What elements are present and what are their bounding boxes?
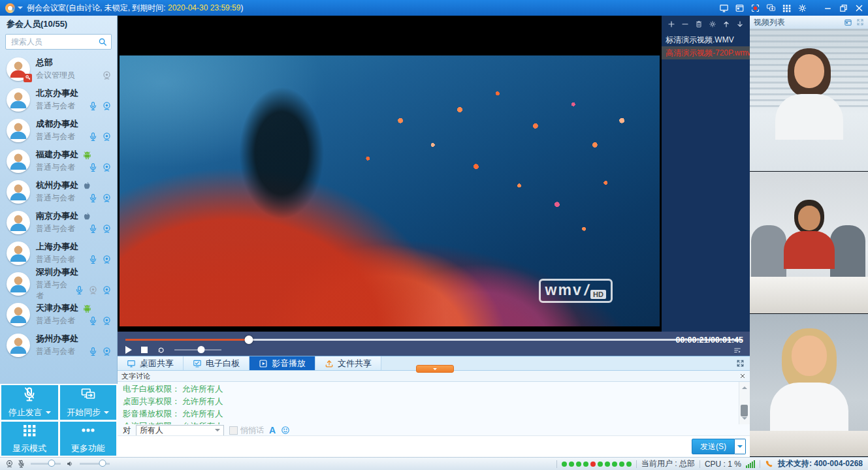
screen-share-icon[interactable] [719,3,729,13]
send-button[interactable]: 发送(S) [692,439,735,454]
add-media-icon[interactable] [667,20,675,28]
scroll-up-icon[interactable] [742,384,747,389]
recipient-select[interactable]: 所有人 [136,425,224,436]
slider-handle[interactable] [99,460,106,467]
mic-icon[interactable] [88,193,98,203]
play-button[interactable] [125,346,132,354]
chevron-down-icon[interactable] [18,7,23,12]
minimize-button[interactable] [823,3,833,13]
scroll-down-icon[interactable] [742,417,747,422]
participant-row[interactable]: 成都办事处 普通与会者 [0,115,117,146]
fullscreen-expand-icon[interactable] [736,359,745,368]
search-icon[interactable] [98,37,107,46]
participant-row[interactable]: 天津办事处 普通与会者 [0,299,117,330]
webcam-icon[interactable] [102,163,112,172]
playlist-item[interactable]: 标清演示视频.WMV [662,33,750,46]
volume-handle[interactable] [198,346,205,353]
replay-loop-icon[interactable] [157,346,165,354]
participant-row[interactable]: 杭州办事处 普通与会者 [0,176,117,207]
webcam-gray-icon[interactable] [88,285,98,295]
mic-volume-slider[interactable] [31,463,61,465]
participant-row[interactable]: 扬州办事处 普通与会者 [0,330,117,360]
mic-icon[interactable] [88,101,98,111]
webcam-gray-icon[interactable] [102,70,112,80]
chat-message-list[interactable]: 电子白板权限： 允许所有人 桌面共享权限： 允许所有人 影音播放权限： 允许所有… [118,382,739,424]
mic-icon[interactable] [74,285,84,295]
webcam-icon[interactable] [102,132,112,142]
mic-icon[interactable] [88,224,98,234]
webcam-icon[interactable] [102,224,112,234]
webcam-icon[interactable] [102,193,112,203]
stop-button[interactable] [141,347,148,353]
mic-muted-icon[interactable] [17,460,25,468]
participant-name: 南京办事处 [36,210,78,222]
mic-icon[interactable] [88,316,98,326]
tab[interactable]: 桌面共享 [118,356,184,370]
window-mode-icon[interactable] [735,3,745,13]
tab[interactable]: 影音播放 [249,356,315,370]
webcam-icon[interactable] [102,255,112,264]
participant-row[interactable]: 南京办事处 普通与会者 [0,207,117,238]
font-style-button[interactable]: A [269,425,276,435]
current-user-label: 当前用户 : 总部 [641,458,695,469]
apple-icon [82,180,92,190]
expand-icon[interactable] [856,18,864,26]
emoji-icon[interactable] [281,426,290,435]
mic-icon[interactable] [88,163,98,172]
tab[interactable]: 文件共享 [315,356,381,370]
seek-handle[interactable] [244,336,253,344]
volume-slider[interactable] [174,349,221,351]
participant-row[interactable]: 上海办事处 普通与会者 [0,238,117,268]
participant-search[interactable] [5,34,112,50]
webcam-icon[interactable] [102,347,112,356]
participant-row[interactable]: 总部 会议管理员 [0,54,117,84]
layout-grid-icon[interactable] [782,3,792,13]
participant-row[interactable]: 深圳办事处 普通与会者 [0,268,117,299]
send-options-dropdown[interactable] [735,439,746,454]
move-down-icon[interactable] [736,20,744,28]
action-button[interactable]: 显示模式 [1,422,58,456]
video-content[interactable]: wmv / HD [120,55,660,326]
speaker-icon[interactable] [66,460,74,468]
scroll-thumb[interactable] [741,405,748,416]
action-button[interactable]: 停止发言 [1,385,58,420]
webcam-icon[interactable] [102,101,112,111]
mic-icon[interactable] [88,132,98,142]
tab[interactable]: 电子白板 [184,356,249,370]
seek-bar[interactable] [125,339,742,341]
video-mode-icon[interactable] [844,18,852,27]
video-thumbnail[interactable] [750,172,868,315]
settings-gear-icon[interactable] [797,3,807,13]
playlist-item[interactable]: 高清演示视频-720P.wmv 删除 [662,46,750,59]
network-share-icon[interactable] [766,3,776,13]
move-up-icon[interactable] [722,20,730,28]
maximize-button[interactable] [839,3,848,13]
search-input[interactable] [10,37,98,47]
close-button[interactable] [854,3,864,13]
video-thumbnail[interactable] [750,314,868,457]
chat-scrollbar[interactable] [739,382,750,424]
chat-close-icon[interactable] [739,373,746,379]
chat-collapse-handle[interactable] [416,365,454,373]
record-icon[interactable] [750,3,760,13]
webcam-status-icon[interactable] [5,460,14,468]
participant-row[interactable]: 北京办事处 普通与会者 [0,84,117,115]
trash-icon[interactable] [695,20,703,28]
whisper-checkbox[interactable]: 悄悄话 [229,425,264,436]
webcam-icon[interactable] [102,316,112,326]
remove-media-icon[interactable] [681,20,689,28]
mic-icon[interactable] [88,347,98,356]
action-button[interactable]: 开始同步 [60,385,117,420]
video-thumbnail[interactable] [750,29,868,172]
chat-input-area[interactable]: 发送(S) [118,435,750,457]
playlist-settings-gear-icon[interactable] [709,20,716,28]
board-icon [193,359,202,368]
checkbox[interactable] [229,426,238,435]
playlist-toggle-icon[interactable] [733,347,742,354]
participant-row[interactable]: 福建办事处 普通与会者 [0,146,117,176]
mic-icon[interactable] [88,255,98,264]
speaker-volume-slider[interactable] [80,463,110,465]
action-button[interactable]: 更多功能 [60,422,117,456]
webcam-icon[interactable] [102,285,112,295]
slider-handle[interactable] [48,460,56,467]
